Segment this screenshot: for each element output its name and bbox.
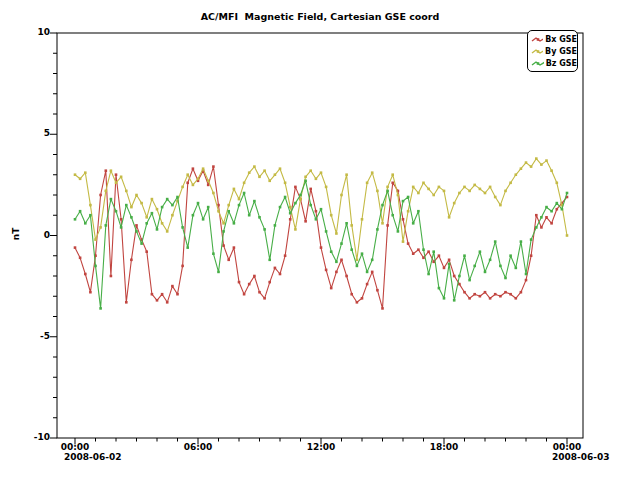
data-point-marker: [468, 190, 471, 193]
data-point-marker: [376, 190, 379, 193]
data-point-marker: [443, 297, 446, 300]
data-point-marker: [125, 204, 128, 207]
data-point-marker: [79, 178, 82, 181]
data-point-marker: [309, 204, 312, 207]
data-point-marker: [494, 196, 497, 199]
data-point-marker: [263, 169, 266, 172]
data-point-marker: [84, 171, 87, 174]
data-point-marker: [361, 218, 364, 221]
data-point-marker: [233, 188, 236, 191]
data-point-marker: [171, 214, 174, 217]
data-point-marker: [350, 224, 353, 227]
data-point-marker: [253, 275, 256, 278]
data-point-marker: [315, 210, 318, 213]
data-point-marker: [207, 206, 210, 209]
legend-item-label: Bz GSE: [546, 59, 577, 68]
data-point-marker: [151, 212, 154, 215]
data-point-marker: [412, 186, 415, 189]
data-point-marker: [535, 157, 538, 160]
data-point-marker: [530, 254, 533, 257]
data-point-marker: [151, 198, 154, 201]
legend-line-marker-icon: [531, 47, 543, 56]
data-point-marker: [340, 242, 343, 245]
data-point-marker: [540, 226, 543, 229]
data-point-marker: [274, 224, 277, 227]
data-point-marker: [407, 196, 410, 199]
data-point-marker: [535, 214, 538, 217]
data-point-marker: [110, 198, 113, 201]
data-point-marker: [166, 198, 169, 201]
x-tick-label: 00:00: [53, 442, 97, 452]
data-point-marker: [105, 224, 108, 227]
data-point-marker: [489, 259, 492, 262]
data-point-marker: [258, 291, 261, 294]
data-point-marker: [381, 204, 384, 207]
data-point-marker: [166, 301, 169, 304]
data-point-marker: [145, 250, 148, 253]
data-point-marker: [304, 180, 307, 183]
data-point-marker: [545, 216, 548, 219]
data-point-marker: [427, 188, 430, 191]
x-tick-label: 00:00: [545, 442, 589, 452]
data-point-marker: [186, 246, 189, 249]
data-point-marker: [202, 167, 205, 170]
legend-item-label: By GSE: [545, 47, 577, 56]
data-point-marker: [294, 186, 297, 189]
data-point-marker: [371, 259, 374, 262]
data-point-marker: [176, 293, 179, 296]
series-bx-gse-line: [75, 167, 567, 309]
data-point-marker: [207, 180, 210, 183]
data-point-marker: [381, 307, 384, 310]
data-point-marker: [468, 297, 471, 300]
data-point-marker: [253, 200, 256, 203]
data-point-marker: [289, 218, 292, 221]
data-point-marker: [227, 204, 230, 207]
data-point-marker: [315, 178, 318, 181]
chart-canvas: AC/MFI Magnetic Field, Cartesian GSE coo…: [0, 0, 640, 480]
data-point-marker: [412, 252, 415, 255]
data-point-marker: [110, 275, 113, 278]
data-point-marker: [484, 192, 487, 195]
data-point-marker: [74, 218, 77, 221]
data-point-marker: [366, 283, 369, 286]
data-point-marker: [197, 178, 200, 181]
data-point-marker: [386, 186, 389, 189]
data-point-marker: [356, 301, 359, 304]
data-point-marker: [309, 169, 312, 172]
data-point-marker: [263, 297, 266, 300]
data-point-marker: [99, 194, 102, 197]
data-point-marker: [391, 214, 394, 217]
data-point-marker: [284, 182, 287, 185]
data-point-marker: [217, 271, 220, 274]
data-point-marker: [386, 190, 389, 193]
data-point-marker: [258, 176, 261, 179]
data-point-marker: [356, 265, 359, 268]
data-point-marker: [515, 297, 518, 300]
data-point-marker: [233, 246, 236, 249]
data-point-marker: [407, 242, 410, 245]
data-point-marker: [432, 250, 435, 253]
data-point-marker: [217, 210, 220, 213]
data-point-marker: [243, 182, 246, 185]
x-tick-label: 18:00: [422, 442, 466, 452]
legend-item-label: Bx GSE: [545, 35, 577, 44]
data-point-marker: [422, 182, 425, 185]
x-axis-start-date: 2008-06-02: [64, 452, 122, 462]
data-point-marker: [89, 214, 92, 217]
data-point-marker: [130, 259, 133, 262]
data-point-marker: [74, 173, 77, 176]
data-point-marker: [427, 273, 430, 276]
data-point-marker: [443, 190, 446, 193]
data-point-marker: [515, 267, 518, 270]
data-point-marker: [181, 186, 184, 189]
data-point-marker: [402, 200, 405, 203]
data-point-marker: [186, 182, 189, 185]
y-tick-label: -5: [0, 331, 50, 341]
data-point-marker: [504, 190, 507, 193]
data-point-marker: [556, 208, 559, 211]
data-point-marker: [417, 210, 420, 213]
data-point-marker: [197, 202, 200, 205]
data-point-marker: [371, 271, 374, 274]
data-point-marker: [417, 192, 420, 195]
data-point-marker: [412, 222, 415, 225]
